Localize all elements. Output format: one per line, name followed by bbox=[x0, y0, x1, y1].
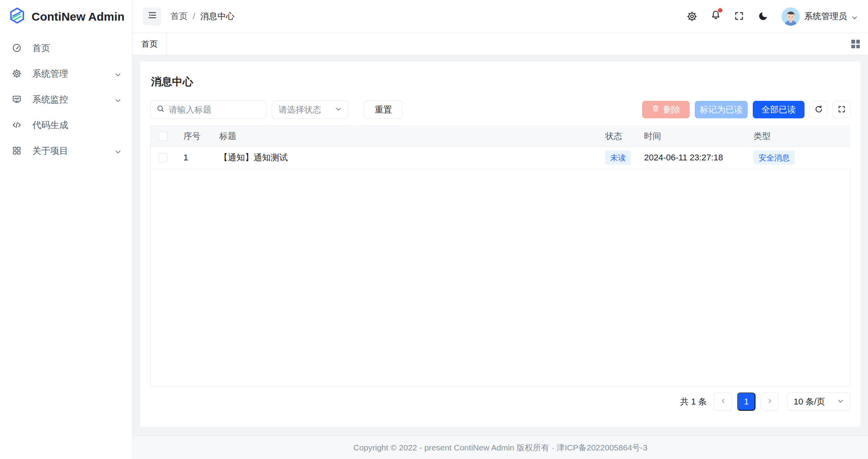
sidebar-item-label: 首页 bbox=[32, 42, 121, 54]
chevron-down-icon bbox=[114, 70, 121, 77]
footer: Copyright © 2022 - present ContiNew Admi… bbox=[133, 436, 868, 459]
tab-label: 首页 bbox=[141, 39, 158, 49]
page-title: 消息中心 bbox=[151, 75, 850, 89]
breadcrumb: 首页 / 消息中心 bbox=[171, 11, 234, 22]
column-header-time: 时间 bbox=[644, 126, 754, 146]
cell-title: 【通知】通知测试 bbox=[219, 146, 605, 169]
monitor-icon bbox=[12, 94, 22, 104]
chevron-down-icon bbox=[851, 13, 858, 20]
cell-time: 2024-06-11 23:27:18 bbox=[644, 146, 754, 169]
row-checkbox[interactable] bbox=[158, 153, 168, 162]
topbar-actions: 系统管理员 bbox=[687, 7, 858, 26]
column-header-title: 标题 bbox=[219, 126, 605, 146]
refresh-button[interactable] bbox=[810, 101, 828, 118]
tabbar-actions bbox=[851, 33, 868, 55]
chevron-right-icon bbox=[766, 397, 773, 406]
sidebar-item-label: 代码生成 bbox=[32, 119, 121, 131]
menu-fold-icon bbox=[147, 10, 157, 23]
sidebar-item-code-generation[interactable]: 代码生成 bbox=[4, 114, 129, 136]
dashboard-icon bbox=[12, 43, 22, 53]
sidebar-item-label: 关于项目 bbox=[32, 145, 114, 157]
tab-home[interactable]: 首页 bbox=[133, 33, 167, 55]
sidebar-item-label: 系统监控 bbox=[32, 93, 114, 106]
sidebar-item-about-project[interactable]: 关于项目 bbox=[4, 139, 129, 162]
message-center-card: 消息中心 请选择状态 bbox=[140, 62, 861, 427]
fullscreen-icon[interactable] bbox=[734, 11, 745, 22]
reset-button[interactable]: 重置 bbox=[364, 100, 403, 119]
table-empty-area bbox=[151, 169, 850, 387]
topbar: 首页 / 消息中心 bbox=[133, 0, 868, 33]
breadcrumb-home[interactable]: 首页 bbox=[171, 11, 188, 22]
breadcrumb-current: 消息中心 bbox=[200, 11, 234, 22]
sidebar-item-system-management[interactable]: 系统管理 bbox=[4, 62, 129, 85]
messages-table: 序号 标题 状态 时间 类型 1 【通知】通知测试 bbox=[150, 126, 850, 387]
status-select-value: 请选择状态 bbox=[278, 104, 335, 116]
column-header-no: 序号 bbox=[183, 126, 219, 146]
chevron-down-icon bbox=[837, 397, 844, 407]
search-icon bbox=[156, 104, 165, 115]
app-root: ContiNew Admin 首页 bbox=[0, 0, 868, 459]
collapse-sidebar-button[interactable] bbox=[143, 7, 161, 26]
refresh-icon bbox=[814, 105, 823, 115]
notifications-button[interactable] bbox=[710, 10, 721, 23]
copyright-text: Copyright © 2022 - present ContiNew Admi… bbox=[353, 442, 647, 453]
all-read-button[interactable]: 全部已读 bbox=[753, 101, 805, 118]
delete-button-label: 删除 bbox=[664, 104, 681, 116]
chevron-down-icon bbox=[335, 105, 342, 115]
chevron-down-icon bbox=[114, 147, 121, 154]
sidebar-item-system-monitor[interactable]: 系统监控 bbox=[4, 88, 129, 111]
select-all-checkbox[interactable] bbox=[158, 132, 168, 141]
title-search-field[interactable] bbox=[150, 100, 266, 119]
sidebar-item-home[interactable]: 首页 bbox=[4, 37, 129, 59]
prev-page-button[interactable] bbox=[714, 392, 732, 411]
toolbar-right: 删除 标记为已读 全部已读 bbox=[642, 101, 850, 118]
cell-no: 1 bbox=[183, 146, 219, 169]
moon-icon[interactable] bbox=[758, 11, 769, 22]
toolbar: 请选择状态 重置 bbox=[150, 100, 850, 119]
table-fullscreen-button[interactable] bbox=[833, 101, 850, 118]
page-number-button[interactable]: 1 bbox=[737, 392, 755, 411]
tab-list-grid-icon[interactable] bbox=[851, 40, 860, 48]
sidebar: ContiNew Admin 首页 bbox=[0, 0, 133, 459]
chevron-down-icon bbox=[114, 96, 121, 103]
notification-badge-dot bbox=[718, 8, 722, 12]
table-header-row: 序号 标题 状态 时间 类型 bbox=[151, 126, 850, 146]
mark-as-read-button[interactable]: 标记为已读 bbox=[695, 101, 748, 118]
page-size-value: 10 条/页 bbox=[794, 396, 837, 408]
fullscreen-icon bbox=[838, 105, 846, 114]
logo-title: ContiNew Admin bbox=[32, 10, 125, 23]
avatar bbox=[782, 7, 800, 26]
status-badge: 未读 bbox=[605, 151, 631, 165]
apps-icon bbox=[12, 146, 22, 156]
next-page-button[interactable] bbox=[761, 392, 779, 411]
tabbar: 首页 bbox=[133, 33, 868, 55]
column-header-type: 类型 bbox=[754, 126, 850, 146]
column-header-status: 状态 bbox=[605, 126, 644, 146]
search-input[interactable] bbox=[169, 105, 261, 115]
user-name: 系统管理员 bbox=[804, 11, 847, 22]
sidebar-item-label: 系统管理 bbox=[32, 68, 114, 80]
content-area: 消息中心 请选择状态 bbox=[133, 55, 868, 436]
sidebar-menu: 首页 系统管理 bbox=[0, 33, 132, 165]
logo-hexagon-icon bbox=[9, 7, 26, 26]
trash-icon bbox=[651, 104, 660, 115]
page-size-select[interactable]: 10 条/页 bbox=[787, 392, 850, 411]
table-row[interactable]: 1 【通知】通知测试 未读 2024-06-11 23:27:18 安全消息 bbox=[151, 146, 850, 169]
logo[interactable]: ContiNew Admin bbox=[0, 0, 132, 33]
bell-icon bbox=[710, 13, 721, 23]
breadcrumb-separator: / bbox=[193, 11, 195, 21]
pagination: 共 1 条 1 10 条/页 bbox=[150, 392, 850, 411]
pagination-total: 共 1 条 bbox=[680, 396, 707, 408]
code-icon bbox=[12, 120, 22, 130]
settings-icon[interactable] bbox=[687, 11, 697, 22]
status-select[interactable]: 请选择状态 bbox=[272, 100, 349, 119]
gear-icon bbox=[12, 69, 22, 79]
type-badge: 安全消息 bbox=[754, 151, 795, 165]
user-menu[interactable]: 系统管理员 bbox=[782, 7, 858, 26]
main-column: 首页 / 消息中心 bbox=[133, 0, 868, 459]
delete-button[interactable]: 删除 bbox=[642, 101, 690, 118]
chevron-left-icon bbox=[720, 397, 727, 406]
